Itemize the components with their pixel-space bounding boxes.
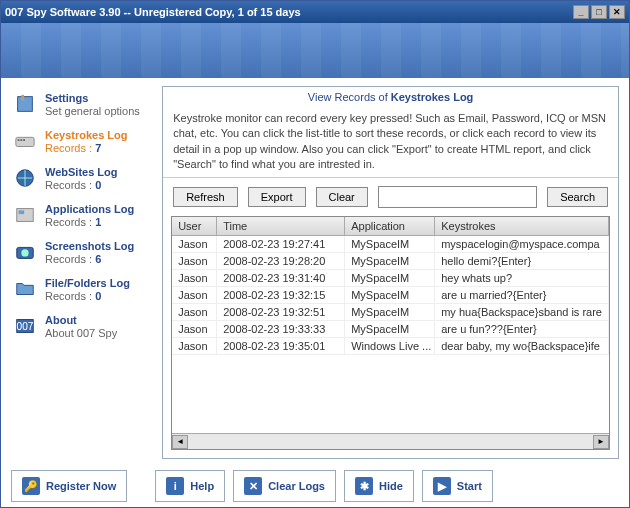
folder-icon xyxy=(11,277,39,301)
sidebar-item-sub: Records : 0 xyxy=(45,179,118,191)
clear-button[interactable]: Clear xyxy=(316,187,368,207)
search-button[interactable]: Search xyxy=(547,187,608,207)
cell-user: Jason xyxy=(172,321,217,337)
sidebar-item-websites[interactable]: WebSites Log Records : 0 xyxy=(11,166,154,191)
globe-icon xyxy=(11,166,39,190)
cell-keystrokes: hello demi?{Enter} xyxy=(435,253,609,269)
column-application[interactable]: Application xyxy=(345,217,435,235)
cell-user: Jason xyxy=(172,236,217,252)
table-row[interactable]: Jason2008-02-23 19:32:51MySpaceIMmy hua{… xyxy=(172,304,609,321)
svg-rect-5 xyxy=(23,139,25,141)
table-row[interactable]: Jason2008-02-23 19:32:15MySpaceIMare u m… xyxy=(172,287,609,304)
sidebar-item-label: Keystrokes Log xyxy=(45,129,128,141)
records-table: User Time Application Keystrokes Jason20… xyxy=(171,216,610,450)
info-icon: i xyxy=(166,477,184,495)
cell-keystrokes: my hua{Backspace}sband is rare xyxy=(435,304,609,320)
cell-time: 2008-02-23 19:27:41 xyxy=(217,236,345,252)
clear-logs-button[interactable]: ✕Clear Logs xyxy=(233,470,336,502)
camera-icon xyxy=(11,240,39,264)
panel-description: Keystroke monitor can record every key p… xyxy=(163,107,618,178)
sidebar-item-label: File/Folders Log xyxy=(45,277,130,289)
sidebar-item-label: About xyxy=(45,314,117,326)
svg-point-10 xyxy=(21,249,28,256)
sidebar-item-label: Screenshots Log xyxy=(45,240,134,252)
sidebar-item-sub: Records : 1 xyxy=(45,216,134,228)
sidebar-item-keystrokes[interactable]: Keystrokes Log Records : 7 xyxy=(11,129,154,154)
sidebar-item-sub: Set general options xyxy=(45,105,140,117)
snowflake-icon: ✱ xyxy=(355,477,373,495)
table-row[interactable]: Jason2008-02-23 19:27:41MySpaceIMmyspace… xyxy=(172,236,609,253)
cell-application: MySpaceIM xyxy=(345,236,435,252)
sidebar-item-about[interactable]: 007 About About 007 Spy xyxy=(11,314,154,339)
sidebar-item-label: Settings xyxy=(45,92,140,104)
cell-keystrokes: hey whats up? xyxy=(435,270,609,286)
sidebar-item-sub: Records : 0 xyxy=(45,290,130,302)
horizontal-scrollbar[interactable]: ◄ ► xyxy=(172,433,609,449)
register-button[interactable]: 🔑Register Now xyxy=(11,470,127,502)
cell-keystrokes: dear baby, my wo{Backspace}ife xyxy=(435,338,609,354)
sidebar-item-sub: Records : 7 xyxy=(45,142,128,154)
keyboard-icon xyxy=(11,129,39,153)
help-button[interactable]: iHelp xyxy=(155,470,225,502)
svg-rect-4 xyxy=(20,139,22,141)
table-row[interactable]: Jason2008-02-23 19:33:33MySpaceIMare u f… xyxy=(172,321,609,338)
header-banner xyxy=(1,23,629,78)
bottom-bar: 🔑Register Now iHelp ✕Clear Logs ✱Hide ▶S… xyxy=(1,465,629,507)
window-title: 007 Spy Software 3.90 -- Unregistered Co… xyxy=(5,6,571,18)
cell-keystrokes: are u fun???{Enter} xyxy=(435,321,609,337)
svg-rect-2 xyxy=(16,137,34,146)
cell-time: 2008-02-23 19:33:33 xyxy=(217,321,345,337)
apps-icon xyxy=(11,203,39,227)
hide-button[interactable]: ✱Hide xyxy=(344,470,414,502)
cell-time: 2008-02-23 19:35:01 xyxy=(217,338,345,354)
cell-application: Windows Live ... xyxy=(345,338,435,354)
sidebar-item-screenshots[interactable]: Screenshots Log Records : 6 xyxy=(11,240,154,265)
cell-time: 2008-02-23 19:31:40 xyxy=(217,270,345,286)
maximize-button[interactable]: □ xyxy=(591,5,607,19)
cell-application: MySpaceIM xyxy=(345,253,435,269)
cell-application: MySpaceIM xyxy=(345,270,435,286)
refresh-button[interactable]: Refresh xyxy=(173,187,238,207)
svg-rect-8 xyxy=(19,210,24,214)
column-user[interactable]: User xyxy=(172,217,217,235)
main-area: Settings Set general options Keystrokes … xyxy=(1,78,629,465)
minimize-button[interactable]: _ xyxy=(573,5,589,19)
settings-icon xyxy=(11,92,39,116)
cell-user: Jason xyxy=(172,304,217,320)
play-icon: ▶ xyxy=(433,477,451,495)
sidebar-item-files[interactable]: File/Folders Log Records : 0 xyxy=(11,277,154,302)
scroll-right-icon[interactable]: ► xyxy=(593,435,609,449)
table-body: Jason2008-02-23 19:27:41MySpaceIMmyspace… xyxy=(172,236,609,433)
cell-application: MySpaceIM xyxy=(345,287,435,303)
svg-rect-0 xyxy=(18,97,33,112)
cell-keystrokes: myspacelogin@myspace.compa xyxy=(435,236,609,252)
sidebar-item-label: WebSites Log xyxy=(45,166,118,178)
sidebar-item-settings[interactable]: Settings Set general options xyxy=(11,92,154,117)
table-row[interactable]: Jason2008-02-23 19:31:40MySpaceIMhey wha… xyxy=(172,270,609,287)
cell-user: Jason xyxy=(172,270,217,286)
column-keystrokes[interactable]: Keystrokes xyxy=(435,217,609,235)
column-time[interactable]: Time xyxy=(217,217,345,235)
search-input[interactable] xyxy=(379,187,536,207)
cell-time: 2008-02-23 19:32:15 xyxy=(217,287,345,303)
cell-user: Jason xyxy=(172,287,217,303)
key-icon: 🔑 xyxy=(22,477,40,495)
start-button[interactable]: ▶Start xyxy=(422,470,493,502)
title-bar: 007 Spy Software 3.90 -- Unregistered Co… xyxy=(1,1,629,23)
cell-time: 2008-02-23 19:28:20 xyxy=(217,253,345,269)
cell-keystrokes: are u married?{Enter} xyxy=(435,287,609,303)
content-panel: View Records of Keystrokes Log Keystroke… xyxy=(162,86,619,459)
sidebar-item-sub: Records : 6 xyxy=(45,253,134,265)
search-box xyxy=(378,186,537,208)
cell-time: 2008-02-23 19:32:51 xyxy=(217,304,345,320)
x-icon: ✕ xyxy=(244,477,262,495)
sidebar-item-applications[interactable]: Applications Log Records : 1 xyxy=(11,203,154,228)
table-row[interactable]: Jason2008-02-23 19:35:01Windows Live ...… xyxy=(172,338,609,355)
panel-title: View Records of Keystrokes Log xyxy=(163,87,618,107)
app-window: 007 Spy Software 3.90 -- Unregistered Co… xyxy=(0,0,630,508)
table-row[interactable]: Jason2008-02-23 19:28:20MySpaceIMhello d… xyxy=(172,253,609,270)
cell-application: MySpaceIM xyxy=(345,304,435,320)
scroll-left-icon[interactable]: ◄ xyxy=(172,435,188,449)
export-button[interactable]: Export xyxy=(248,187,306,207)
close-button[interactable]: ✕ xyxy=(609,5,625,19)
